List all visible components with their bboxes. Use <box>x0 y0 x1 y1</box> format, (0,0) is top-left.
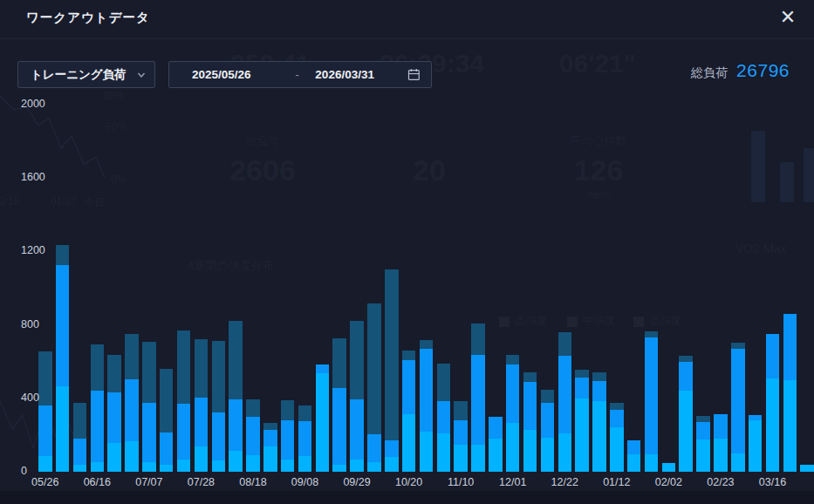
bar-stack[interactable] <box>142 342 156 472</box>
bar-stack[interactable] <box>298 405 312 472</box>
bar-stack[interactable] <box>523 372 537 472</box>
segment-bottom-cyan <box>575 398 589 472</box>
bar-stack[interactable] <box>662 463 676 472</box>
bar-stack[interactable] <box>316 364 330 472</box>
bar-stack[interactable] <box>195 339 209 472</box>
bar-stack[interactable] <box>541 390 555 472</box>
segment-middle-blue <box>575 378 589 398</box>
segment-middle-blue <box>177 404 191 460</box>
segment-bottom-cyan <box>541 438 555 472</box>
x-axis-label: 11/10 <box>448 476 474 488</box>
bar-stack[interactable] <box>800 465 814 472</box>
segment-middle-blue <box>610 410 624 427</box>
bar-stack[interactable] <box>575 370 589 472</box>
segment-middle-blue <box>541 403 555 438</box>
bar-stack[interactable] <box>177 330 191 472</box>
bar-stack[interactable] <box>506 355 520 472</box>
bar-stack[interactable] <box>627 440 641 472</box>
segment-bottom-cyan <box>177 460 191 472</box>
segment-middle-blue <box>246 417 260 455</box>
segment-bottom-cyan <box>246 455 260 472</box>
segment-bottom-cyan <box>766 378 780 472</box>
bar-stack[interactable] <box>471 324 485 472</box>
segment-middle-blue <box>229 399 243 451</box>
page-title: ワークアウトデータ <box>26 10 150 26</box>
bar-stack[interactable] <box>160 369 174 472</box>
bar-stack[interactable] <box>332 338 346 472</box>
bar-stack[interactable] <box>212 341 226 472</box>
date-range-picker[interactable]: 2025/05/26 - 2026/03/31 <box>168 61 432 88</box>
segment-top-dark <box>229 321 243 399</box>
bar-stack[interactable] <box>696 416 710 472</box>
segment-middle-blue <box>749 415 763 421</box>
bar-stack[interactable] <box>246 399 260 472</box>
bar-stack[interactable] <box>731 343 745 472</box>
bar-stack[interactable] <box>592 372 606 472</box>
segment-bottom-cyan <box>523 430 537 472</box>
segment-middle-blue <box>437 401 451 433</box>
bar-stack[interactable] <box>645 331 659 472</box>
segment-bottom-cyan <box>471 445 485 472</box>
bar-stack[interactable] <box>281 400 295 472</box>
date-end[interactable]: 2026/03/31 <box>310 68 407 81</box>
calendar-icon[interactable] <box>407 68 421 81</box>
segment-middle-blue <box>766 334 780 379</box>
segment-middle-blue <box>195 398 209 446</box>
x-axis-label: 02/02 <box>655 476 682 488</box>
segment-bottom-cyan <box>714 439 728 472</box>
segment-top-dark <box>454 401 468 420</box>
bar-stack[interactable] <box>73 403 87 472</box>
y-axis-label: 1200 <box>21 244 45 256</box>
bar-stack[interactable] <box>437 364 451 472</box>
segment-bottom-cyan <box>142 462 156 472</box>
close-icon: ✕ <box>780 6 796 29</box>
bar-stack[interactable] <box>56 245 70 472</box>
segment-bottom-cyan <box>420 432 434 472</box>
segment-bottom-cyan <box>749 420 763 472</box>
segment-top-dark <box>332 338 346 388</box>
bar-stack[interactable] <box>454 401 468 472</box>
segment-middle-blue <box>714 414 728 438</box>
bar-stack[interactable] <box>367 303 381 472</box>
bar-stack[interactable] <box>385 269 399 472</box>
bar-stack[interactable] <box>766 334 780 472</box>
bar-stack[interactable] <box>107 355 121 472</box>
y-axis-label: 0 <box>21 465 27 477</box>
bar-stack[interactable] <box>229 321 243 472</box>
date-start[interactable]: 2025/05/26 <box>180 68 284 81</box>
bar-stack[interactable] <box>749 415 763 472</box>
segment-top-dark <box>420 340 434 349</box>
segment-middle-blue <box>125 379 139 441</box>
segment-bottom-cyan <box>281 460 295 472</box>
segment-bottom-cyan <box>263 446 277 472</box>
bar-stack[interactable] <box>489 417 503 472</box>
segment-middle-blue <box>523 382 537 430</box>
segment-bottom-cyan <box>437 433 451 472</box>
bar-stack[interactable] <box>350 321 364 472</box>
segment-middle-blue <box>91 391 105 462</box>
y-axis-label: 800 <box>21 318 39 330</box>
segment-bottom-cyan <box>195 446 209 472</box>
close-button[interactable]: ✕ <box>774 3 802 31</box>
segment-top-dark <box>385 269 399 440</box>
bar-stack[interactable] <box>783 314 797 472</box>
segment-middle-blue <box>73 439 87 465</box>
bar-stack[interactable] <box>558 332 572 472</box>
segment-middle-blue <box>332 388 346 465</box>
metric-select[interactable]: トレーニング負荷 <box>17 61 155 88</box>
segment-top-dark <box>523 372 537 382</box>
bar-stack[interactable] <box>420 340 434 472</box>
bar-stack[interactable] <box>402 351 416 472</box>
bar-stack[interactable] <box>125 334 139 472</box>
segment-bottom-cyan <box>56 386 70 472</box>
bar-stack[interactable] <box>263 423 277 472</box>
bar-stack[interactable] <box>38 351 52 472</box>
ghost-axis-80: 80% <box>103 90 124 102</box>
x-axis-label: 09/08 <box>291 476 318 488</box>
bar-stack[interactable] <box>714 414 728 472</box>
segment-middle-blue <box>645 337 659 454</box>
segment-top-dark <box>73 403 87 439</box>
bar-stack[interactable] <box>610 403 624 472</box>
bar-stack[interactable] <box>91 344 105 472</box>
bar-stack[interactable] <box>679 356 693 472</box>
